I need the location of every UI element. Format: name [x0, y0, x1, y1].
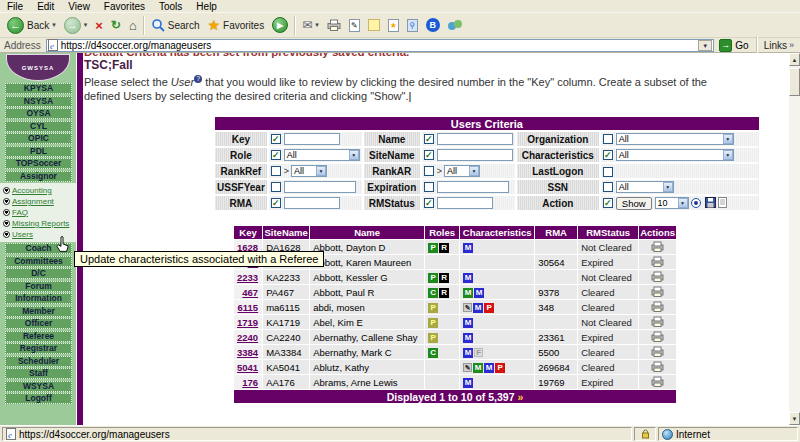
printer-icon[interactable] [651, 331, 664, 344]
key-link[interactable]: 2240 [237, 332, 258, 343]
rankref-select[interactable]: All▼ [291, 165, 327, 177]
rankar-checkbox[interactable] [424, 166, 434, 176]
vertical-scrollbar[interactable]: ▲ ▼ [789, 53, 800, 425]
sidebar-item-member[interactable]: Member [5, 306, 72, 317]
menu-favorites[interactable]: Favorites [97, 1, 152, 12]
printer-icon[interactable] [651, 301, 664, 314]
action-checkbox[interactable]: ✓ [603, 198, 613, 208]
rma-checkbox[interactable]: ✓ [271, 198, 281, 208]
sidebar-item-d-c[interactable]: D/C [5, 268, 72, 279]
printer-icon[interactable] [651, 241, 664, 254]
key-input[interactable] [284, 133, 340, 145]
sitename-input[interactable] [437, 149, 513, 161]
name-input[interactable] [437, 133, 513, 145]
sitename-checkbox[interactable]: ✓ [424, 150, 434, 160]
menu-help[interactable]: Help [189, 1, 224, 12]
sidebar-item-oysa[interactable]: OYSA [5, 108, 72, 119]
sidebar-item-kpysa[interactable]: KPYSA [5, 83, 72, 94]
name-checkbox[interactable]: ✓ [424, 134, 434, 144]
back-dropdown-icon[interactable]: ▾ [52, 21, 56, 29]
printer-icon[interactable] [651, 271, 664, 284]
help-icon[interactable]: ? [194, 75, 202, 83]
results-radio[interactable] [691, 198, 701, 208]
action-select[interactable]: 10▼ [655, 197, 689, 209]
menu-view[interactable]: View [61, 1, 97, 12]
mail-dropdown-icon[interactable]: ▾ [315, 21, 319, 29]
printer-icon[interactable] [651, 346, 664, 359]
discuss-button[interactable] [364, 14, 384, 36]
show-button[interactable]: Show [616, 197, 652, 210]
menu-edit[interactable]: Edit [30, 1, 61, 12]
sidebar-item-scheduler[interactable]: Scheduler [5, 356, 72, 367]
sidebar-item-referee[interactable]: Referee [5, 331, 72, 342]
next-page-arrow[interactable]: » [517, 391, 523, 403]
ussfyear-input[interactable] [284, 181, 356, 193]
links-button[interactable]: Links » [760, 40, 800, 51]
key-link[interactable]: 5041 [237, 362, 258, 373]
key-link[interactable]: 1719 [237, 317, 258, 328]
ssn-select[interactable]: All▼ [616, 181, 674, 193]
menu-file[interactable]: File [0, 1, 30, 12]
back-button[interactable]: ← Back ▾ [3, 14, 60, 36]
printer-icon[interactable] [651, 316, 664, 329]
sidebar-link-assignment[interactable]: Assignment [12, 197, 54, 206]
rankref-checkbox[interactable] [271, 166, 281, 176]
sidebar-item-pdl[interactable]: PDL [5, 146, 72, 157]
printer-icon[interactable] [651, 361, 664, 374]
role-checkbox[interactable]: ✓ [271, 150, 281, 160]
sidebar-item-staff[interactable]: Staff [5, 368, 72, 379]
sidebar-item-logoff[interactable]: Logoff [5, 393, 72, 404]
rma-input[interactable] [284, 197, 340, 209]
sidebar-link-users[interactable]: Users [12, 230, 33, 239]
key-checkbox[interactable]: ✓ [271, 134, 281, 144]
rmstatus-input[interactable] [437, 197, 493, 209]
sidebar-item-wsysa[interactable]: WSYSA [5, 381, 72, 392]
sidebar-link-missing-reports[interactable]: Missing Reports [12, 219, 69, 228]
sidebar-item-forum[interactable]: Forum [5, 281, 72, 292]
address-dropdown-icon[interactable]: ▼ [698, 40, 712, 51]
scroll-up-button[interactable]: ▲ [789, 53, 800, 66]
characteristics-checkbox[interactable]: ✓ [603, 150, 613, 160]
key-link[interactable]: 6115 [238, 302, 259, 313]
ssn-checkbox[interactable] [603, 182, 613, 192]
sidebar-item-topsoccer[interactable]: TOPSoccer [5, 158, 72, 169]
expiration-input[interactable] [437, 181, 509, 193]
organization-select[interactable]: All▼ [616, 133, 734, 145]
address-input[interactable]: e https://d4soccer.org/manageusers ▼ [46, 39, 715, 52]
mail-button[interactable]: ✉▾ [298, 14, 323, 36]
edit-button[interactable]: ✎ [345, 14, 364, 36]
search-button[interactable]: Search [147, 14, 204, 36]
printer-icon[interactable] [651, 376, 664, 389]
home-button[interactable]: ⌂ [125, 14, 141, 36]
printer-icon[interactable] [651, 286, 664, 299]
key-link[interactable]: 467 [242, 287, 258, 298]
sidebar-item-registrar[interactable]: Registrar [5, 343, 72, 354]
refresh-button[interactable]: ↻ [107, 14, 125, 36]
sidebar-item-assignor[interactable]: Assignor [5, 171, 72, 182]
organization-checkbox[interactable] [603, 134, 613, 144]
scroll-down-button[interactable]: ▼ [789, 412, 800, 425]
menu-tools[interactable]: Tools [152, 1, 189, 12]
sidebar-item-officer[interactable]: Officer [5, 318, 72, 329]
messenger-button[interactable]: B [422, 14, 444, 36]
print-button[interactable] [323, 14, 345, 36]
sidebar-item-opic[interactable]: OPIC [5, 133, 72, 144]
sidebar-item-nsysa[interactable]: NSYSA [5, 96, 72, 107]
rankar-select[interactable]: All▼ [444, 165, 480, 177]
save-icon[interactable] [705, 197, 716, 210]
research-button[interactable]: ⚲ [403, 14, 422, 36]
role-select[interactable]: All▼ [284, 149, 360, 161]
scrollbar-thumb[interactable] [789, 68, 800, 96]
ussfyear-checkbox[interactable] [271, 182, 281, 192]
key-link[interactable]: 3384 [237, 347, 258, 358]
favorites-button[interactable]: ★ Favorites [203, 14, 268, 36]
sidebar-item-information[interactable]: Information [5, 293, 72, 304]
key-link[interactable]: 2233 [237, 272, 258, 283]
expiration-checkbox[interactable] [424, 182, 434, 192]
media-button[interactable]: ▶ [268, 14, 292, 36]
sidebar-item-cyl[interactable]: CYL [5, 121, 72, 132]
sidebar-item-committees[interactable]: Committees [5, 256, 72, 267]
printer-icon[interactable] [651, 256, 664, 269]
rmstatus-checkbox[interactable]: ✓ [424, 198, 434, 208]
sidebar-link-accounting[interactable]: Accounting [12, 186, 52, 195]
